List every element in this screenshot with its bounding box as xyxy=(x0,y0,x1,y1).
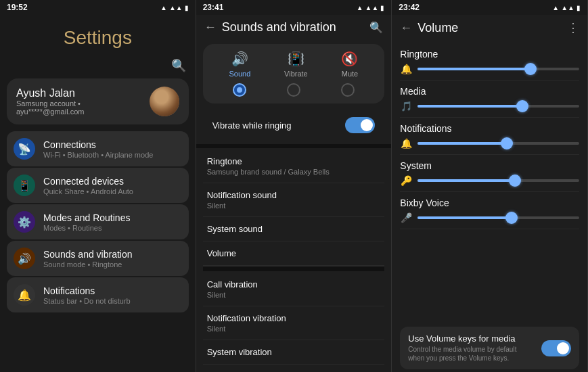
sounds-nav-header: ← Sounds and vibration 🔍 xyxy=(196,15,392,40)
notification-vibration-item[interactable]: Notification vibration Silent xyxy=(203,306,385,340)
volume-panel: 23:42 ▲ ▲▲ ▮ ← Volume ⋮ Ringtone 🔔 Media xyxy=(392,0,588,372)
status-icons-1: ▲ ▲▲ ▮ xyxy=(160,4,189,11)
more-options-icon[interactable]: ⋮ xyxy=(567,20,579,35)
volume-item-title: Volume xyxy=(207,248,381,258)
sidebar-item-modes[interactable]: ⚙️ Modes and Routines Modes • Routines xyxy=(7,204,189,239)
notifications-slider-track[interactable] xyxy=(417,142,579,145)
system-sound-item[interactable]: System sound xyxy=(203,217,385,241)
sounds-text: Sounds and vibration Sound mode • Ringto… xyxy=(43,249,182,269)
radio-sound[interactable] xyxy=(233,83,246,97)
sound-mode-icon: 🔊 xyxy=(231,51,248,67)
settings-list: 📡 Connections Wi-Fi • Bluetooth • Airpla… xyxy=(0,127,196,372)
volume-list: Ringtone 🔔 Media 🎵 Notifications xyxy=(392,41,587,324)
ringtone-slider-row: 🔔 xyxy=(400,64,579,74)
notification-sound-title: Notification sound xyxy=(207,190,381,200)
back-button[interactable]: ← xyxy=(204,20,217,34)
ringtone-sub: Samsung brand sound / Galaxy Bells xyxy=(207,168,381,176)
mute-mode-label: Mute xyxy=(342,70,358,78)
mode-vibrate[interactable]: 📳 Vibrate xyxy=(284,51,308,78)
sidebar-item-connected-devices[interactable]: 📱 Connected devices Quick Share • Androi… xyxy=(7,168,189,203)
system-vibration-item[interactable]: System vibration xyxy=(203,340,385,365)
notifications-slider-thumb[interactable] xyxy=(501,137,513,149)
notification-vibration-title: Notification vibration xyxy=(207,313,381,323)
connections-icon: 📡 xyxy=(14,138,35,160)
modes-sub: Modes • Routines xyxy=(43,224,182,232)
signal-icon-3: ▲▲ xyxy=(561,4,574,11)
ringtone-volume-title: Ringtone xyxy=(400,49,579,60)
status-icons-3: ▲ ▲▲ ▮ xyxy=(552,4,581,11)
media-volume-item: Media 🎵 xyxy=(400,80,579,118)
bixby-vol-icon: 🎤 xyxy=(400,212,412,223)
vibrate-mode-icon: 📳 xyxy=(288,51,304,67)
notifications-text: Notifications Status bar • Do not distur… xyxy=(43,285,182,305)
connected-devices-text: Connected devices Quick Share • Android … xyxy=(43,176,182,195)
status-bar-1: 19:52 ▲ ▲▲ ▮ xyxy=(0,0,196,15)
system-sound-title: System sound xyxy=(207,224,381,234)
time-3: 23:42 xyxy=(399,3,420,12)
media-volume-title: Media xyxy=(400,86,579,97)
media-slider-thumb[interactable] xyxy=(516,100,528,112)
volume-item[interactable]: Volume xyxy=(203,241,385,266)
connections-sub: Wi-Fi • Bluetooth • Airplane mode xyxy=(43,151,182,159)
radio-mute[interactable] xyxy=(341,83,355,97)
mode-mute[interactable]: 🔇 Mute xyxy=(341,51,358,78)
sidebar-item-connections[interactable]: 📡 Connections Wi-Fi • Bluetooth • Airpla… xyxy=(7,131,189,166)
search-row: 🔍 xyxy=(0,55,196,76)
battery-icon: ▮ xyxy=(185,4,189,11)
call-vibration-title: Call vibration xyxy=(207,279,381,289)
connected-devices-title: Connected devices xyxy=(43,176,182,187)
signal-icon-2: ▲▲ xyxy=(365,4,379,11)
bixby-slider-track[interactable] xyxy=(417,216,579,219)
sounds-nav-title: Sounds and vibration xyxy=(222,20,365,34)
sidebar-item-notifications[interactable]: 🔔 Notifications Status bar • Do not dist… xyxy=(7,277,189,312)
bixby-slider-thumb[interactable] xyxy=(505,212,518,224)
system-vol-icon: 🔑 xyxy=(400,175,412,186)
bixby-volume-title: Bixby Voice xyxy=(400,197,579,208)
sound-mode-card: 🔊 Sound 📳 Vibrate 🔇 Mute xyxy=(203,44,385,103)
notification-sound-item[interactable]: Notification sound Silent xyxy=(203,183,385,217)
notifications-slider-row: 🔔 xyxy=(400,138,579,149)
connections-text: Connections Wi-Fi • Bluetooth • Airplane… xyxy=(43,139,182,159)
modes-title: Modes and Routines xyxy=(43,212,182,223)
radio-vibrate[interactable] xyxy=(287,83,300,97)
ringtone-item[interactable]: Ringtone Samsung brand sound / Galaxy Be… xyxy=(203,149,385,183)
search-icon[interactable]: 🔍 xyxy=(171,58,186,73)
avatar-image xyxy=(150,87,179,116)
status-bar-2: 23:41 ▲ ▲▲ ▮ xyxy=(196,0,392,15)
use-vol-keys-toggle[interactable] xyxy=(541,340,571,356)
signal-icon: ▲▲ xyxy=(169,4,183,11)
ringtone-slider-fill xyxy=(417,68,530,70)
status-bar-3: 23:42 ▲ ▲▲ ▮ xyxy=(392,0,587,15)
battery-icon-3: ▮ xyxy=(576,4,581,11)
vibrate-mode-label: Vibrate xyxy=(284,70,308,78)
mode-sound[interactable]: 🔊 Sound xyxy=(229,51,251,78)
profile-card[interactable]: Ayush Jalan Samsung account • ayu*****@g… xyxy=(7,78,189,124)
bixby-volume-item: Bixby Voice 🎤 xyxy=(400,192,579,229)
system-slider-fill xyxy=(417,179,514,182)
sounds-vibration-panel: 23:41 ▲ ▲▲ ▮ ← Sounds and vibration 🔍 🔊 … xyxy=(196,0,392,372)
system-volume-item: System 🔑 xyxy=(400,155,579,192)
ringtone-vol-icon: 🔔 xyxy=(400,64,412,74)
vibration-intensity-item[interactable]: Vibration intensity xyxy=(203,365,385,372)
time-1: 19:52 xyxy=(7,3,28,12)
wifi-icon-2: ▲ xyxy=(357,4,363,11)
notifications-volume-title: Notifications xyxy=(400,123,579,134)
sound-mode-label: Sound xyxy=(229,70,251,78)
system-slider-track[interactable] xyxy=(417,179,579,182)
media-slider-track[interactable] xyxy=(417,105,579,108)
avatar xyxy=(150,87,179,116)
system-slider-thumb[interactable] xyxy=(509,175,521,187)
sound-list: Ringtone Samsung brand sound / Galaxy Be… xyxy=(196,149,392,372)
profile-name: Ayush Jalan xyxy=(16,87,143,99)
sidebar-item-sounds[interactable]: 🔊 Sounds and vibration Sound mode • Ring… xyxy=(7,241,189,276)
system-volume-title: System xyxy=(400,160,579,171)
vibrate-while-ringing-toggle[interactable] xyxy=(345,117,375,133)
ringtone-slider-thumb[interactable] xyxy=(524,63,537,75)
call-vibration-item[interactable]: Call vibration Silent xyxy=(203,273,385,306)
volume-back-button[interactable]: ← xyxy=(400,21,412,35)
connected-devices-sub: Quick Share • Android Auto xyxy=(43,187,182,195)
sounds-search-icon[interactable]: 🔍 xyxy=(369,21,383,34)
sound-modes: 🔊 Sound 📳 Vibrate 🔇 Mute xyxy=(212,51,376,78)
ringtone-slider-track[interactable] xyxy=(417,68,579,70)
media-vol-icon: 🎵 xyxy=(400,101,412,112)
